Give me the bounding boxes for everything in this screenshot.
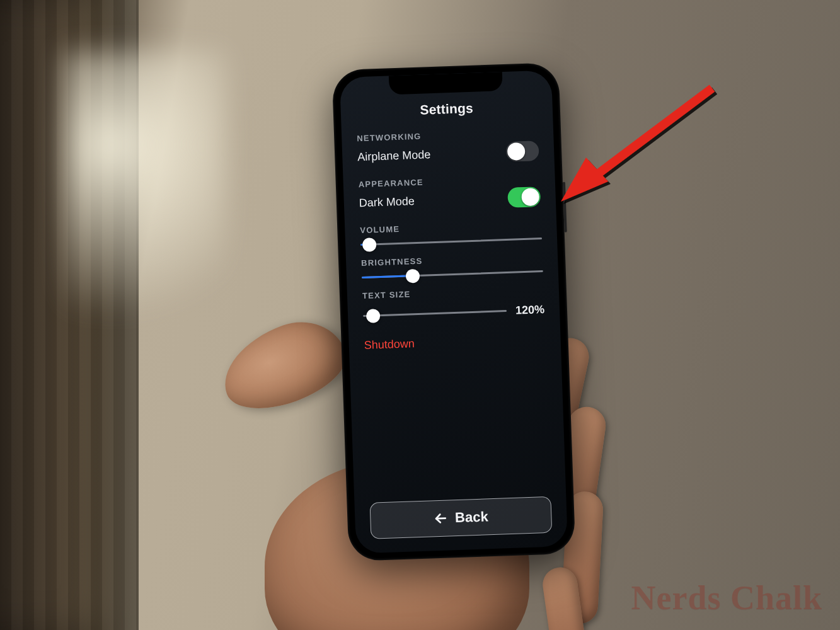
section-header-volume: VOLUME — [360, 219, 541, 235]
section-header-appearance: APPEARANCE — [359, 173, 540, 189]
text-size-value: 120% — [515, 303, 545, 318]
dark-mode-row: Dark Mode — [359, 186, 541, 213]
svg-marker-2 — [561, 158, 608, 202]
shutdown-button[interactable]: Shutdown — [364, 333, 546, 352]
watermark-text: Nerds Chalk — [631, 578, 822, 617]
airplane-mode-toggle[interactable] — [506, 140, 539, 162]
section-header-brightness: BRIGHTNESS — [361, 252, 543, 268]
text-size-slider[interactable] — [363, 310, 507, 317]
volume-slider[interactable] — [360, 238, 542, 246]
text-size-slider-thumb[interactable] — [366, 309, 381, 323]
background-glare — [63, 50, 227, 365]
brightness-slider[interactable] — [362, 270, 543, 278]
text-size-section: TEXT SIZE 120% — [362, 285, 545, 323]
volume-section: VOLUME — [360, 219, 542, 246]
section-header-text-size: TEXT SIZE — [362, 285, 544, 301]
svg-line-1 — [586, 88, 712, 183]
brightness-slider-fill — [362, 275, 413, 278]
toggle-knob — [521, 188, 539, 206]
section-header-networking: NETWORKING — [357, 127, 538, 143]
airplane-mode-row: Airplane Mode — [357, 140, 539, 167]
phone-screen: Settings NETWORKING Airplane Mode APPEAR… — [340, 70, 568, 553]
volume-slider-thumb[interactable] — [362, 238, 377, 252]
back-button[interactable]: Back — [369, 496, 552, 539]
dark-mode-label: Dark Mode — [359, 195, 415, 210]
arrow-left-icon — [434, 512, 448, 526]
phone-notch — [389, 72, 503, 94]
brightness-section: BRIGHTNESS — [361, 252, 543, 278]
brightness-slider-thumb[interactable] — [405, 268, 420, 283]
annotation-arrow-icon — [548, 76, 737, 214]
iphone-device: Settings NETWORKING Airplane Mode APPEAR… — [331, 62, 575, 561]
dark-mode-toggle[interactable] — [507, 186, 541, 208]
page-title: Settings — [355, 98, 538, 120]
airplane-mode-label: Airplane Mode — [357, 148, 431, 164]
toggle-knob — [507, 142, 526, 161]
back-button-label: Back — [455, 508, 488, 526]
